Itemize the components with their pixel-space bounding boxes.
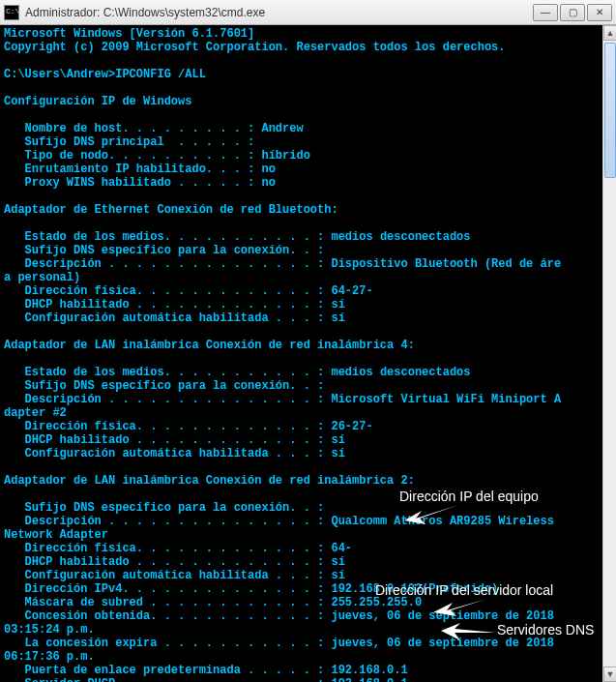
- ipv4-value: 192.168.0.102(Preferido): [324, 582, 498, 596]
- node-value: híbrido: [254, 149, 310, 163]
- ipv4-label: Dirección IPv4. . . . . . . . . . . . . …: [4, 582, 324, 596]
- dhcp-value-bt: sí: [324, 298, 345, 311]
- media-label-w4: Estado de los medios. . . . . . . . . . …: [4, 366, 324, 379]
- desc-label-bt: Descripción . . . . . . . . . . . . . . …: [4, 257, 324, 271]
- autoconf-label-w2: Configuración automática habilitada . . …: [4, 569, 324, 582]
- adapter-wlan2: Adaptador de LAN inalámbrica Conexión de…: [4, 474, 415, 488]
- scroll-up-button[interactable]: ▲: [603, 25, 616, 41]
- autoconf-value-w2: sí: [324, 569, 345, 582]
- lease-obt-label: Concesión obtenida. . . . . . . . . . . …: [4, 609, 324, 623]
- desc-cont-w4: dapter #2: [4, 406, 67, 420]
- close-button[interactable]: ✕: [587, 4, 612, 21]
- phys-label-w2: Dirección física. . . . . . . . . . . . …: [4, 542, 324, 555]
- scroll-down-button[interactable]: ▼: [603, 667, 616, 682]
- routing-value: no: [254, 163, 276, 176]
- gateway-value: 192.168.0.1: [324, 664, 407, 677]
- adapter-wlan4: Adaptador de LAN inalámbrica Conexión de…: [4, 339, 415, 352]
- vertical-scrollbar[interactable]: ▲ ▼: [602, 25, 616, 682]
- autoconf-value-bt: sí: [324, 311, 345, 325]
- prompt-command: IPCONFIG /ALL: [115, 68, 206, 81]
- dhcp-value-w4: sí: [324, 433, 345, 447]
- line-copyright: Copyright (c) 2009 Microsoft Corporation…: [4, 41, 505, 54]
- phys-label-w4: Dirección física. . . . . . . . . . . . …: [4, 420, 324, 433]
- phys-value-bt: 64-27-: [324, 284, 372, 298]
- proxy-label: Proxy WINS habilitado . . . . . :: [4, 176, 254, 190]
- window-controls: — ▢ ✕: [533, 4, 612, 21]
- routing-label: Enrutamiento IP habilitado. . . :: [4, 163, 254, 176]
- desc-label-w4: Descripción . . . . . . . . . . . . . . …: [4, 393, 324, 406]
- mask-value: 255.255.255.0: [324, 596, 422, 609]
- phys-label-bt: Dirección física. . . . . . . . . . . . …: [4, 284, 324, 298]
- proxy-value: no: [254, 176, 276, 190]
- dhcp-label-w2: DHCP habilitado . . . . . . . . . . . . …: [4, 555, 324, 569]
- lease-obt-cont: 03:15:24 p.m.: [4, 623, 95, 637]
- lease-exp-value: jueves, 06 de septiembre de 2018: [324, 637, 561, 650]
- line-version: Microsoft Windows [Versión 6.1.7601]: [4, 27, 254, 41]
- cmd-icon: [4, 5, 19, 20]
- lease-obt-value: jueves, 06 de septiembre de 2018: [324, 609, 561, 623]
- window-titlebar: Administrador: C:\Windows\system32\cmd.e…: [0, 0, 616, 25]
- desc-value-w2: Qualcomm Atheros AR9285 Wireless: [324, 515, 561, 528]
- desc-value-w4: Microsoft Virtual WiFi Miniport A: [324, 393, 561, 406]
- desc-cont-w2: Network Adapter: [4, 528, 108, 542]
- dhcp-label-bt: DHCP habilitado . . . . . . . . . . . . …: [4, 298, 324, 311]
- dns-suffix-label: Sufijo DNS principal . . . . . :: [4, 135, 254, 149]
- media-value-bt: medios desconectados: [324, 230, 470, 244]
- autoconf-value-w4: sí: [324, 447, 345, 460]
- media-value-w4: medios desconectados: [324, 366, 470, 379]
- dhcp-value-w2: sí: [324, 555, 345, 569]
- header-ipconfig: Configuración IP de Windows: [4, 95, 191, 108]
- conn-suffix-w2: Sufijo DNS específico para la conexión. …: [4, 501, 324, 515]
- minimize-button[interactable]: —: [533, 4, 558, 21]
- maximize-button[interactable]: ▢: [560, 4, 585, 21]
- lease-exp-cont: 06:17:36 p.m.: [4, 650, 95, 664]
- scroll-thumb[interactable]: [604, 43, 616, 178]
- host-value: Andrew: [254, 122, 303, 135]
- desc-label-w2: Descripción . . . . . . . . . . . . . . …: [4, 515, 324, 528]
- autoconf-label-w4: Configuración automática habilitada . . …: [4, 447, 324, 460]
- gateway-label: Puerta de enlace predeterminada . . . . …: [4, 664, 324, 677]
- phys-value-w2: 64-: [324, 542, 352, 555]
- dhcp-label-w4: DHCP habilitado . . . . . . . . . . . . …: [4, 433, 324, 447]
- desc-cont-bt: a personal): [4, 271, 80, 284]
- mask-label: Máscara de subred . . . . . . . . . . . …: [4, 596, 324, 609]
- media-label-bt: Estado de los medios. . . . . . . . . . …: [4, 230, 324, 244]
- console-area[interactable]: Microsoft Windows [Versión 6.1.7601] Cop…: [0, 25, 616, 682]
- conn-suffix-w4: Sufijo DNS específico para la conexión. …: [4, 379, 324, 393]
- dhcp-server-value: 192.168.0.1: [324, 677, 407, 682]
- lease-exp-label: La concesión expira . . . . . . . . . . …: [4, 637, 324, 650]
- adapter-bluetooth: Adaptador de Ethernet Conexión de red Bl…: [4, 203, 338, 217]
- host-label: Nombre de host. . . . . . . . . :: [4, 122, 254, 135]
- node-label: Tipo de nodo. . . . . . . . . . :: [4, 149, 254, 163]
- dhcp-server-label: Servidor DHCP . . . . . . . . . . . . . …: [4, 677, 324, 682]
- conn-suffix-bt: Sufijo DNS específico para la conexión. …: [4, 244, 324, 257]
- phys-value-w4: 26-27-: [324, 420, 372, 433]
- desc-value-bt: Dispositivo Bluetooth (Red de áre: [324, 257, 561, 271]
- autoconf-label-bt: Configuración automática habilitada . . …: [4, 311, 324, 325]
- window-title: Administrador: C:\Windows\system32\cmd.e…: [25, 6, 533, 19]
- prompt-path: C:\Users\Andrew>: [4, 68, 115, 81]
